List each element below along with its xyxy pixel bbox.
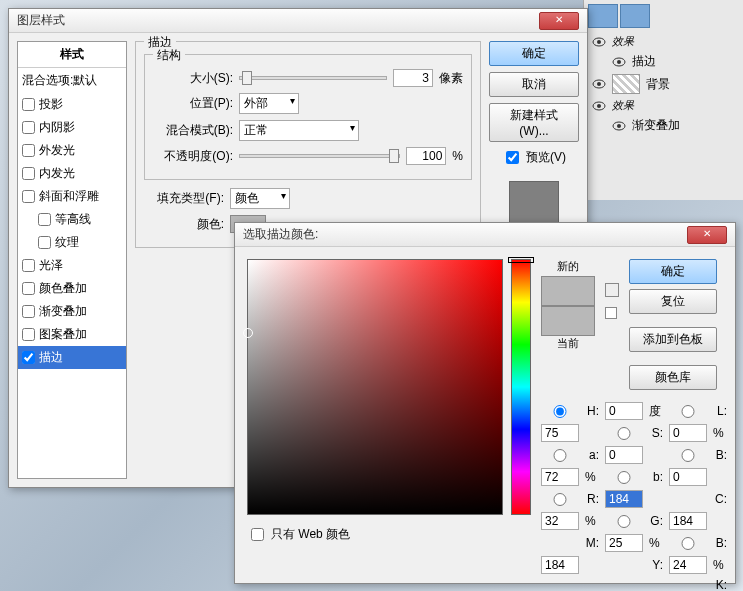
- r-radio[interactable]: [541, 493, 579, 506]
- style-label: 内阴影: [39, 119, 75, 136]
- style-checkbox[interactable]: [22, 190, 35, 203]
- eye-icon: [592, 101, 606, 111]
- opacity-input[interactable]: [406, 147, 446, 165]
- style-checkbox[interactable]: [22, 259, 35, 272]
- blending-options-row[interactable]: 混合选项:默认: [18, 68, 126, 93]
- style-item[interactable]: 纹理: [18, 231, 126, 254]
- style-list: 样式 混合选项:默认 投影内阴影外发光内发光斜面和浮雕等高线纹理光泽颜色叠加渐变…: [17, 41, 127, 479]
- bv-unit: %: [585, 470, 599, 484]
- add-swatch-button[interactable]: 添加到色板: [629, 327, 717, 352]
- layer-label: 描边: [632, 53, 656, 70]
- style-item[interactable]: 渐变叠加: [18, 300, 126, 323]
- gamut-swatch[interactable]: [605, 307, 617, 319]
- style-checkbox[interactable]: [22, 282, 35, 295]
- style-item[interactable]: 图案叠加: [18, 323, 126, 346]
- style-label: 外发光: [39, 142, 75, 159]
- layer-effect-row[interactable]: 效果: [584, 96, 743, 115]
- b-rgb-radio[interactable]: [669, 537, 707, 550]
- style-checkbox[interactable]: [22, 144, 35, 157]
- style-item[interactable]: 光泽: [18, 254, 126, 277]
- b-rgb-input[interactable]: [541, 556, 579, 574]
- current-color-swatch[interactable]: [541, 306, 595, 336]
- layer-tab[interactable]: [588, 4, 618, 28]
- l-input[interactable]: [541, 424, 579, 442]
- fill-type-dropdown[interactable]: 颜色: [230, 188, 290, 209]
- layer-sub-row[interactable]: 渐变叠加: [584, 115, 743, 136]
- style-checkbox[interactable]: [22, 121, 35, 134]
- svg-point-1: [597, 40, 601, 44]
- style-checkbox[interactable]: [22, 305, 35, 318]
- style-item[interactable]: 描边: [18, 346, 126, 369]
- opacity-slider[interactable]: [239, 154, 400, 158]
- size-input[interactable]: [393, 69, 433, 87]
- m-input[interactable]: [605, 534, 643, 552]
- layer-tab[interactable]: [620, 4, 650, 28]
- s-label: S:: [649, 426, 663, 440]
- style-checkbox[interactable]: [22, 167, 35, 180]
- b-radio[interactable]: [605, 471, 643, 484]
- a-radio[interactable]: [541, 449, 579, 462]
- style-item[interactable]: 内阴影: [18, 116, 126, 139]
- style-label: 图案叠加: [39, 326, 87, 343]
- cancel-button[interactable]: 取消: [489, 72, 579, 97]
- preview-checkbox[interactable]: [506, 151, 519, 164]
- web-only-checkbox[interactable]: [251, 528, 264, 541]
- layer-effect-row[interactable]: 效果: [584, 32, 743, 51]
- titlebar[interactable]: 选取描边颜色: ✕: [235, 223, 735, 247]
- style-label: 纹理: [55, 234, 79, 251]
- titlebar[interactable]: 图层样式 ✕: [9, 9, 587, 33]
- b2-input[interactable]: [669, 468, 707, 486]
- eye-icon: [592, 79, 606, 89]
- new-style-button[interactable]: 新建样式(W)...: [489, 103, 579, 142]
- color-field[interactable]: [247, 259, 503, 515]
- g-radio[interactable]: [605, 515, 643, 528]
- close-button[interactable]: ✕: [687, 226, 727, 244]
- h-radio[interactable]: [541, 405, 579, 418]
- bv-radio[interactable]: [669, 449, 707, 462]
- ok-button[interactable]: 确定: [489, 41, 579, 66]
- bv-input[interactable]: [541, 468, 579, 486]
- position-dropdown[interactable]: 外部: [239, 93, 299, 114]
- layer-sub-row[interactable]: 描边: [584, 51, 743, 72]
- color-cursor: [243, 328, 253, 338]
- style-checkbox[interactable]: [22, 98, 35, 111]
- layer-row[interactable]: 背景: [584, 72, 743, 96]
- s-radio[interactable]: [605, 427, 643, 440]
- h-label: H:: [585, 404, 599, 418]
- c-unit: %: [585, 514, 599, 528]
- reset-button[interactable]: 复位: [629, 289, 717, 314]
- style-item[interactable]: 投影: [18, 93, 126, 116]
- style-item[interactable]: 外发光: [18, 139, 126, 162]
- gamut-warning-icon[interactable]: [605, 283, 619, 297]
- ok-button[interactable]: 确定: [629, 259, 717, 284]
- style-item[interactable]: 颜色叠加: [18, 277, 126, 300]
- blend-mode-dropdown[interactable]: 正常: [239, 120, 359, 141]
- style-label: 光泽: [39, 257, 63, 274]
- style-checkbox[interactable]: [22, 328, 35, 341]
- l-radio[interactable]: [669, 405, 707, 418]
- r-input[interactable]: [605, 490, 643, 508]
- c-input[interactable]: [541, 512, 579, 530]
- y-unit: %: [713, 558, 727, 572]
- fill-type-label: 填充类型(F):: [144, 190, 224, 207]
- style-checkbox[interactable]: [38, 236, 51, 249]
- style-checkbox[interactable]: [22, 351, 35, 364]
- color-lib-button[interactable]: 颜色库: [629, 365, 717, 390]
- close-button[interactable]: ✕: [539, 12, 579, 30]
- a-input[interactable]: [605, 446, 643, 464]
- style-item[interactable]: 斜面和浮雕: [18, 185, 126, 208]
- hue-cursor: [508, 257, 534, 263]
- hue-slider[interactable]: [511, 259, 531, 515]
- s-input[interactable]: [669, 424, 707, 442]
- style-item[interactable]: 等高线: [18, 208, 126, 231]
- style-checkbox[interactable]: [38, 213, 51, 226]
- position-label: 位置(P):: [153, 95, 233, 112]
- h-input[interactable]: [605, 402, 643, 420]
- eye-icon: [612, 57, 626, 67]
- style-item[interactable]: 内发光: [18, 162, 126, 185]
- g-input[interactable]: [669, 512, 707, 530]
- size-slider[interactable]: [239, 76, 387, 80]
- eye-icon: [592, 37, 606, 47]
- y-input[interactable]: [669, 556, 707, 574]
- style-label: 渐变叠加: [39, 303, 87, 320]
